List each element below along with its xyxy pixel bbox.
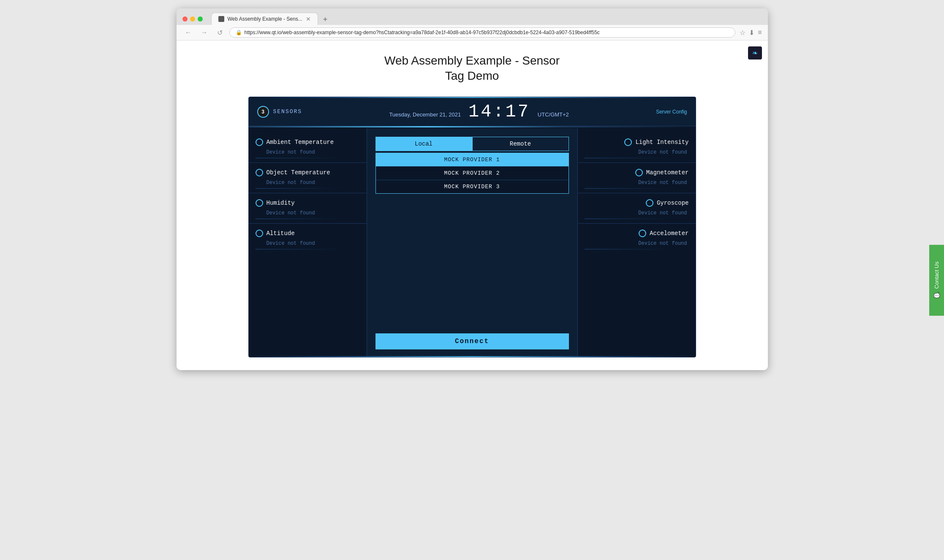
menu-icon[interactable]: ≡ bbox=[758, 29, 762, 37]
sensor-indicator-humidity bbox=[256, 199, 263, 207]
sensor-item-gyroscope: Gyroscope Device not found bbox=[578, 193, 696, 224]
right-panel: Light Intensity Device not found Magneto… bbox=[577, 128, 696, 356]
browser-content: ❧ Web Assembly Example - Sensor Tag Demo… bbox=[177, 41, 768, 370]
app-header: 3 SENSORS Tuesday, December 21, 2021 14:… bbox=[249, 98, 696, 126]
maximize-window-button[interactable] bbox=[198, 16, 203, 22]
sensor-item-altitude: Altitude Device not found bbox=[249, 224, 367, 254]
new-tab-button[interactable]: + bbox=[321, 14, 330, 25]
sensor-header-altitude: Altitude bbox=[256, 230, 360, 237]
qt-logo-button[interactable]: ❧ bbox=[748, 46, 762, 60]
sensor-name-object: Object Temperature bbox=[267, 169, 330, 176]
toolbar-actions: ☆ ⬇ ≡ bbox=[740, 29, 762, 37]
sensor-divider-magnetometer bbox=[585, 188, 689, 189]
sensor-indicator-ambient bbox=[256, 138, 263, 146]
provider-section: Local Remote MOCK PROVIDER 1 MOCK PROVID… bbox=[367, 128, 577, 202]
sensor-item-magnetometer: Magnetometer Device not found bbox=[578, 163, 696, 193]
contact-us-panel: 💬 Contact Us bbox=[929, 244, 944, 315]
sensor-divider-gyroscope bbox=[585, 219, 689, 219]
url-text: https://www.qt.io/web-assembly-example-s… bbox=[245, 30, 600, 35]
contact-us-button[interactable]: 💬 Contact Us bbox=[929, 244, 944, 315]
sensor-badge: 3 bbox=[257, 106, 269, 118]
sensor-status-object: Device not found bbox=[256, 180, 360, 186]
connect-button[interactable]: Connect bbox=[375, 333, 569, 349]
sensor-name-humidity: Humidity bbox=[267, 200, 295, 206]
sensor-item-accelometer: Accelometer Device not found bbox=[578, 224, 696, 254]
sensor-name-accelometer: Accelometer bbox=[650, 230, 688, 237]
sensor-item-ambient-temperature: Ambient Temperature Device not found bbox=[249, 133, 367, 163]
local-tab-button[interactable]: Local bbox=[375, 137, 472, 151]
contact-icon: 💬 bbox=[933, 292, 940, 299]
tab-bar: Web Assembly Example - Sens... ✕ + bbox=[211, 13, 762, 25]
lock-icon: 🔒 bbox=[236, 30, 242, 35]
sensor-status-ambient: Device not found bbox=[256, 149, 360, 155]
sensor-header-accelometer: Accelometer bbox=[585, 230, 689, 237]
bookmark-icon[interactable]: ☆ bbox=[740, 29, 745, 37]
sensor-divider-light bbox=[585, 158, 689, 158]
close-window-button[interactable] bbox=[182, 16, 188, 22]
provider-item-1[interactable]: MOCK PROVIDER 1 bbox=[376, 153, 569, 167]
sensor-item-humidity: Humidity Device not found bbox=[249, 193, 367, 224]
timezone-text: UTC/GMT+2 bbox=[538, 111, 569, 118]
center-panel: Local Remote MOCK PROVIDER 1 MOCK PROVID… bbox=[367, 128, 577, 356]
provider-item-2[interactable]: MOCK PROVIDER 2 bbox=[376, 167, 569, 180]
provider-list: MOCK PROVIDER 1 MOCK PROVIDER 2 MOCK PRO… bbox=[375, 153, 569, 194]
sensor-name-ambient: Ambient Temperature bbox=[267, 139, 334, 146]
app-header-left: 3 SENSORS bbox=[257, 106, 302, 118]
sensor-status-gyroscope: Device not found bbox=[585, 210, 689, 216]
provider-item-3[interactable]: MOCK PROVIDER 3 bbox=[376, 180, 569, 193]
sensor-item-object-temperature: Object Temperature Device not found bbox=[249, 163, 367, 193]
forward-button[interactable]: → bbox=[199, 28, 210, 37]
time-text: 14:17 bbox=[468, 102, 530, 122]
sensor-item-light-intensity: Light Intensity Device not found bbox=[578, 133, 696, 163]
sensors-label: SENSORS bbox=[273, 108, 302, 115]
sensor-name-light: Light Intensity bbox=[635, 139, 688, 146]
back-button[interactable]: ← bbox=[182, 28, 194, 37]
tab-close-icon[interactable]: ✕ bbox=[306, 16, 311, 22]
connect-btn-wrapper: Connect bbox=[367, 327, 577, 356]
tab-row: Local Remote bbox=[375, 137, 569, 151]
sensor-indicator-light bbox=[624, 138, 632, 146]
sensor-name-magnetometer: Magnetometer bbox=[646, 169, 689, 176]
sensor-divider-humidity bbox=[256, 219, 360, 219]
sensor-divider-altitude bbox=[256, 249, 360, 249]
minimize-window-button[interactable] bbox=[190, 16, 195, 22]
download-icon[interactable]: ⬇ bbox=[749, 29, 754, 37]
address-bar[interactable]: 🔒 https://www.qt.io/web-assembly-example… bbox=[229, 27, 736, 38]
sensor-indicator-altitude bbox=[256, 230, 263, 237]
sensor-header-light: Light Intensity bbox=[585, 138, 689, 146]
browser-toolbar: ← → ↺ 🔒 https://www.qt.io/web-assembly-e… bbox=[177, 25, 768, 41]
header-deco-1 bbox=[249, 126, 696, 127]
contact-label: Contact Us bbox=[933, 261, 940, 288]
center-spacer bbox=[367, 202, 577, 327]
sensor-indicator-magnetometer bbox=[635, 169, 643, 176]
sensor-header-magnetometer: Magnetometer bbox=[585, 169, 689, 176]
date-text: Tuesday, December 21, 2021 bbox=[389, 111, 461, 118]
datetime-display: Tuesday, December 21, 2021 14:17 UTC/GMT… bbox=[302, 103, 656, 121]
tab-favicon-icon bbox=[218, 16, 224, 22]
deco-line-bottom bbox=[249, 356, 696, 357]
refresh-button[interactable]: ↺ bbox=[215, 28, 225, 38]
sensor-indicator-accelometer bbox=[639, 230, 646, 237]
sensor-status-light: Device not found bbox=[585, 149, 689, 155]
sensor-status-humidity: Device not found bbox=[256, 210, 360, 216]
remote-tab-button[interactable]: Remote bbox=[472, 137, 569, 151]
server-config-link[interactable]: Server Config bbox=[656, 109, 687, 115]
sensor-header-ambient: Ambient Temperature bbox=[256, 138, 360, 146]
left-panel: Ambient Temperature Device not found Obj… bbox=[249, 128, 367, 356]
sensor-divider-ambient bbox=[256, 158, 360, 158]
sensor-name-gyroscope: Gyroscope bbox=[657, 200, 689, 206]
sensor-status-accelometer: Device not found bbox=[585, 241, 689, 246]
sensor-header-gyroscope: Gyroscope bbox=[585, 199, 689, 207]
sensor-status-altitude: Device not found bbox=[256, 241, 360, 246]
sensor-header-object: Object Temperature bbox=[256, 169, 360, 176]
traffic-lights bbox=[182, 16, 203, 22]
app-body: Ambient Temperature Device not found Obj… bbox=[249, 128, 696, 356]
browser-titlebar: Web Assembly Example - Sens... ✕ + bbox=[177, 8, 768, 25]
browser-tab[interactable]: Web Assembly Example - Sens... ✕ bbox=[211, 13, 318, 25]
sensor-divider-object bbox=[256, 188, 360, 189]
sensor-name-altitude: Altitude bbox=[267, 230, 295, 237]
sensor-indicator-object bbox=[256, 169, 263, 176]
sensor-indicator-gyroscope bbox=[646, 199, 653, 207]
tab-label: Web Assembly Example - Sens... bbox=[228, 16, 302, 22]
sensor-divider-accelometer bbox=[585, 249, 689, 249]
